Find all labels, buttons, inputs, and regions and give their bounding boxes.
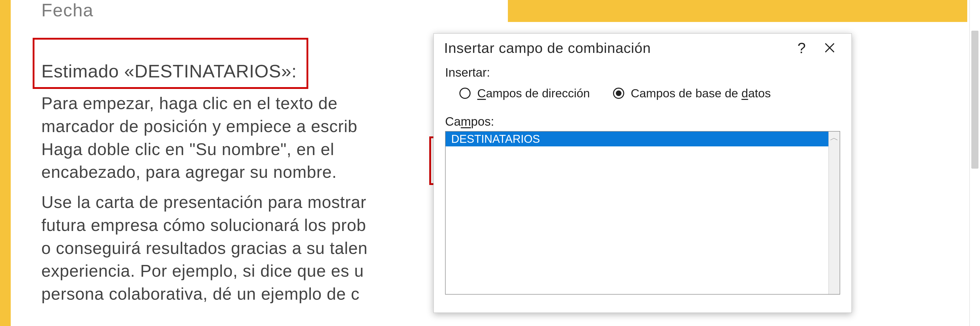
close-icon	[824, 42, 835, 53]
radio-address-rest: ampos de dirección	[486, 86, 590, 100]
fields-listbox[interactable]: DESTINATARIOS ︿	[445, 131, 840, 294]
radio-db-post: atos	[748, 86, 771, 100]
body-line: Para empezar, haga clic en el texto de	[41, 94, 338, 113]
radio-db-underline: d	[741, 86, 748, 100]
fecha-placeholder[interactable]: Fecha	[41, 0, 94, 21]
window-scrollbar[interactable]	[969, 0, 980, 326]
document-area: Fecha Estimado «DESTINATARIOS»: Para emp…	[11, 0, 980, 326]
dialog-title: Insertar campo de combinación	[444, 40, 651, 56]
fields-section-label: Campos:	[445, 115, 840, 128]
scroll-up-icon[interactable]: ︿	[830, 133, 838, 142]
body-line: futura empresa cómo solucionará los prob	[41, 216, 366, 235]
listbox-scrollbar[interactable]: ︿	[829, 131, 840, 294]
page-left-stripe	[0, 0, 11, 326]
body-line: encabezado, para agregar su nombre.	[41, 163, 337, 181]
field-item-destinatarios[interactable]: DESTINATARIOS	[445, 131, 829, 146]
body-line: o conseguirá resultados gracias a su tal…	[41, 239, 368, 257]
body-line: persona colaborativa, dé un ejemplo de c	[41, 284, 360, 303]
radio-icon	[460, 88, 471, 99]
dialog-titlebar[interactable]: Insertar campo de combinación ?	[434, 34, 851, 62]
body-line: experiencia. Por ejemplo, si dice que es…	[41, 261, 364, 280]
help-button[interactable]: ?	[788, 38, 816, 58]
body-line: Haga doble clic en "Su nombre", en el	[41, 140, 334, 159]
radio-db-pre: Campos de base de	[631, 86, 741, 100]
svg-line-0	[825, 43, 834, 52]
body-line: Use la carta de presentación para mostra…	[41, 193, 366, 211]
svg-line-1	[825, 43, 834, 52]
body-text[interactable]: Para empezar, haga clic en el texto de m…	[41, 92, 450, 313]
insert-section-label: Insertar:	[445, 66, 840, 80]
insert-radio-group: Campos de dirección Campos de base de da…	[445, 86, 840, 100]
radio-address-fields[interactable]: Campos de dirección	[460, 86, 590, 100]
insert-merge-field-dialog: Insertar campo de combinación ? Insertar…	[433, 33, 852, 313]
radio-address-underline: C	[477, 86, 486, 100]
close-button[interactable]	[816, 38, 844, 58]
radio-database-fields[interactable]: Campos de base de datos	[613, 86, 771, 100]
body-line: marcador de posición y empiece a escrib	[41, 117, 358, 136]
header-yellow-block	[508, 0, 967, 22]
radio-icon	[613, 88, 624, 99]
scrollbar-thumb[interactable]	[971, 31, 978, 169]
greeting-line[interactable]: Estimado «DESTINATARIOS»:	[41, 61, 297, 82]
